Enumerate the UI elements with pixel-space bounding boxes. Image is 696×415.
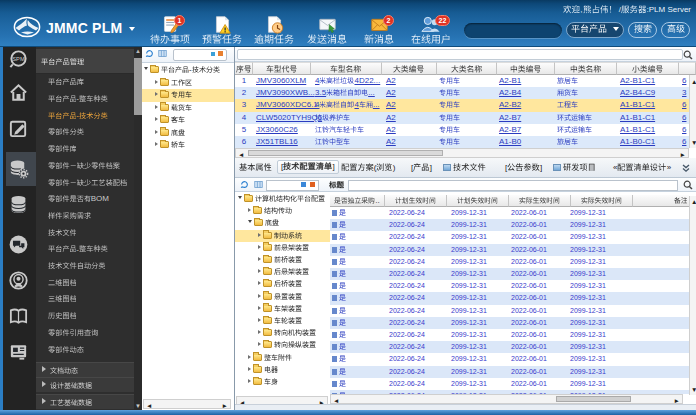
svg-text:SPM: SPM	[12, 56, 25, 62]
